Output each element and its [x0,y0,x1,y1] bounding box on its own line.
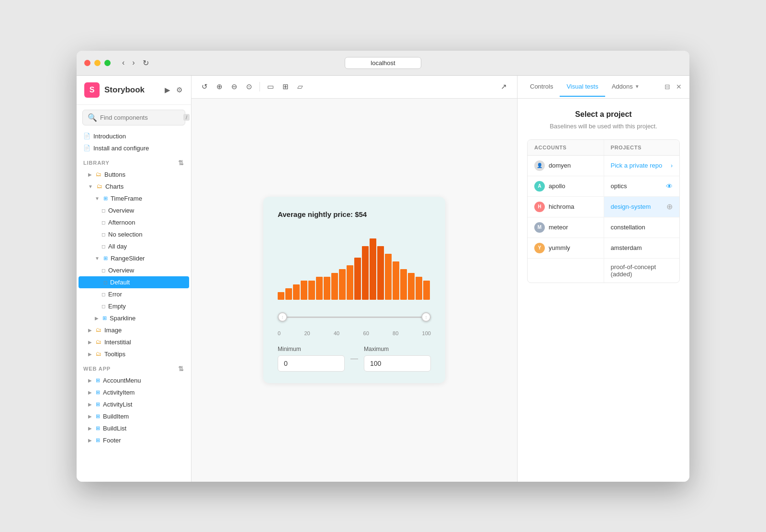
sidebar-item-overview-rangeslider[interactable]: ◻ Overview [77,264,191,276]
reload-button[interactable]: ↻ [141,57,151,68]
zoom-in-button[interactable]: ⊕ [213,79,226,94]
add-icon[interactable]: ⊕ [666,202,673,211]
frame-button[interactable]: ▱ [294,79,306,94]
svg-rect-17 [408,273,415,300]
sort-icon[interactable]: ⇅ [178,159,184,167]
account-cell-apollo[interactable]: A apollo [528,176,604,196]
projects-header: PROJECTS [604,140,680,155]
sort-icon[interactable]: ⇅ [178,365,184,373]
close-button[interactable] [84,60,90,66]
component-icon: ⊞ [96,401,100,407]
story-icon: ◻ [101,292,105,297]
open-new-tab-button[interactable]: ↗ [497,79,510,94]
maximize-button[interactable] [104,60,111,66]
zoom-search-button[interactable]: ⊙ [243,79,256,94]
panel-close-button[interactable]: ✕ [674,81,684,92]
sidebar-item-default[interactable]: ◻ Default [79,276,189,288]
back-button[interactable]: ‹ [120,57,126,68]
zoom-out-button[interactable]: ⊖ [228,79,241,94]
sidebar-item-interstitial[interactable]: ▶ 🗂 Interstitial [77,336,191,348]
sidebar-item-label: ActivityList [103,401,132,408]
sidebar-item-overview-timeframe[interactable]: ◻ Overview [77,204,191,216]
sidebar-item-no-selection[interactable]: ◻ No selection [77,228,191,240]
project-cell-meteor[interactable]: constellation [604,217,680,238]
project-cell-proof[interactable]: proof-of-concept (added) [604,259,680,283]
range-track: ⋮ ⋮ [278,317,431,318]
range-labels: 0 20 40 60 80 100 [278,330,431,336]
minimum-input[interactable] [278,355,345,372]
tab-addons[interactable]: Addons ▼ [605,77,646,97]
tab-visual-tests[interactable]: Visual tests [560,77,605,97]
search-box[interactable]: 🔍 / [82,110,185,125]
sidebar-item-empty[interactable]: ◻ Empty [77,300,191,312]
sidebar-item-tooltips[interactable]: ▶ 🗂 Tooltips [77,348,191,360]
grid-row: proof-of-concept (added) [528,259,679,283]
sidebar-item-image[interactable]: ▶ 🗂 Image [77,324,191,336]
svg-rect-11 [362,246,369,300]
caret-icon: ▶ [88,328,92,333]
sidebar-item-activityitem[interactable]: ▶ ⊞ ActivityItem [77,386,191,398]
project-cell-hichroma[interactable]: design-system ⊕ [604,197,680,217]
sidebar-item-install[interactable]: 📄 Install and configure [77,142,191,154]
sidebar-item-label: BuildItem [103,413,129,420]
panel-split-button[interactable]: ⊟ [663,81,672,92]
sidebar-item-error[interactable]: ◻ Error [77,288,191,300]
project-cell-apollo[interactable]: optics 👁 [604,176,680,196]
sidebar-item-buildlist[interactable]: ▶ ⊞ BuildList [77,422,191,434]
account-cell-yummly[interactable]: Y yummly [528,238,604,258]
tab-controls[interactable]: Controls [523,77,560,97]
viewport-button[interactable]: ▭ [264,79,277,94]
sidebar-item-label: Overview [108,267,134,274]
component-icon: ⊞ [103,255,108,261]
pick-private-repo-link[interactable]: Pick a private repo [611,162,663,169]
forward-button[interactable]: › [130,57,136,68]
sidebar-item-builditem[interactable]: ▶ ⊞ BuildItem [77,410,191,422]
svg-rect-4 [308,281,315,300]
sidebar-item-footer[interactable]: ▶ ⊞ Footer [77,434,191,446]
play-button[interactable]: ▶ [164,85,171,95]
range-label-0: 0 [278,330,281,336]
sidebar-item-afternoon[interactable]: ◻ Afternoon [77,216,191,228]
sidebar-item-accountmenu[interactable]: ▶ ⊞ AccountMenu [77,374,191,386]
sidebar-item-activitylist[interactable]: ▶ ⊞ ActivityList [77,398,191,410]
sidebar-item-rangeslider[interactable]: ▼ ⊞ RangeSlider [77,252,191,264]
caret-icon: ▶ [88,414,92,419]
maximum-input[interactable] [364,355,431,372]
project-cell-domyen[interactable]: Pick a private repo › [604,156,680,176]
sidebar-item-label: Overview [108,207,134,214]
account-cell-domyen[interactable]: 👤 domyen [528,156,604,176]
sidebar-item-allday[interactable]: ◻ All day [77,240,191,252]
main-layout: S Storybook ▶ ⚙ 🔍 / 📄 Introduction [77,76,689,482]
project-cell-yummly[interactable]: amsterdam [604,238,680,258]
range-thumb-left[interactable]: ⋮ [278,312,287,322]
search-input[interactable] [100,114,180,121]
sidebar-item-introduction[interactable]: 📄 Introduction [77,130,191,142]
range-label-20: 20 [304,330,310,336]
account-cell-hichroma[interactable]: H hichroma [528,197,604,217]
sidebar-item-buttons[interactable]: ▶ 🗂 Buttons [77,169,191,181]
svg-rect-13 [377,246,384,300]
canvas-area: ↺ ⊕ ⊖ ⊙ ▭ ⊞ ▱ ↗ Average nightly price: $… [192,76,517,482]
sidebar-item-label: Footer [103,437,121,444]
range-slider-track[interactable]: ⋮ ⋮ [278,311,431,323]
caret-icon: ▼ [95,196,100,201]
svg-rect-19 [423,281,430,300]
settings-button[interactable]: ⚙ [175,85,183,95]
grid-header: ACCOUNTS PROJECTS [528,140,679,156]
grid-button[interactable]: ⊞ [279,79,292,94]
sidebar-item-sparkline[interactable]: ▶ ⊞ Sparkline [77,312,191,324]
url-bar[interactable]: localhost [345,57,421,69]
account-cell-meteor[interactable]: M meteor [528,217,604,238]
sidebar-title: Storybook [104,85,145,95]
sidebar-item-charts[interactable]: ▼ 🗂 Charts [77,181,191,192]
sidebar-item-label: Empty [108,303,126,310]
refresh-button[interactable]: ↺ [198,79,211,94]
folder-icon: 🗂 [97,183,102,190]
caret-icon: ▶ [95,316,99,321]
range-thumb-right[interactable]: ⋮ [421,312,431,322]
sidebar-item-timeframe[interactable]: ▼ ⊞ TimeFrame [77,192,191,204]
right-panel: Controls Visual tests Addons ▼ ⊟ ✕ Selec… [517,76,689,482]
component-icon: ⊞ [102,315,107,321]
story-icon: ◻ [101,304,105,309]
minimize-button[interactable] [94,60,101,66]
